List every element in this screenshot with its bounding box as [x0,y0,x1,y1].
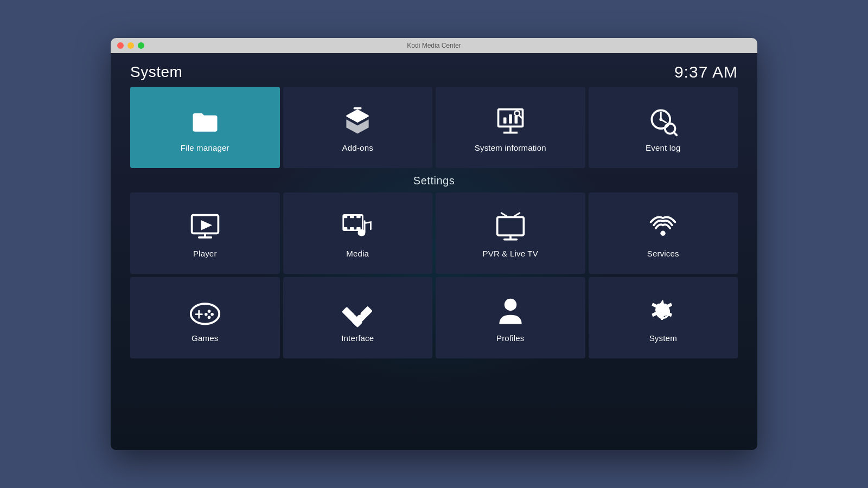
svg-point-12 [660,118,663,121]
tile-label-pvr-live-tv: PVR & Live TV [483,249,538,258]
svg-point-37 [210,312,214,316]
top-row: File manager Add-ons [130,87,738,168]
main-grid: File manager Add-ons [111,87,757,358]
title-bar: Kodi Media Center [111,38,757,53]
svg-rect-22 [356,215,361,218]
tile-services[interactable]: Services [589,192,738,274]
tile-add-ons[interactable]: Add-ons [283,87,433,168]
player-icon [189,211,221,243]
system-information-icon [494,105,527,138]
svg-rect-6 [514,115,518,123]
svg-point-38 [205,312,208,316]
minimize-button[interactable] [127,42,134,49]
settings-section: Settings Playe [130,175,738,358]
media-icon [341,211,374,243]
profiles-icon [494,296,527,328]
svg-point-26 [359,230,365,235]
tile-file-manager[interactable]: File manager [130,87,280,168]
clock-display: 9:37 AM [674,63,738,81]
svg-point-32 [661,230,666,235]
svg-rect-5 [509,114,512,123]
tile-games[interactable]: Games [130,277,280,358]
services-icon [647,211,679,243]
svg-marker-18 [201,220,212,230]
mac-window: Kodi Media Center System 9:37 AM [111,38,757,450]
tile-label-event-log: Event log [646,143,680,152]
tile-label-add-ons: Add-ons [342,143,373,152]
tile-profiles[interactable]: Profiles [436,277,585,358]
svg-point-36 [207,310,210,313]
add-ons-icon [341,105,374,138]
traffic-lights [117,42,144,49]
settings-label: Settings [130,175,738,187]
svg-rect-24 [350,227,354,230]
tile-media[interactable]: Media [283,192,433,274]
header: System 9:37 AM [111,53,757,87]
svg-rect-42 [355,309,361,314]
svg-line-8 [519,115,522,118]
tile-label-profiles: Profiles [496,333,525,343]
window-title: Kodi Media Center [407,42,461,49]
svg-rect-0 [354,107,362,109]
tile-label-system-information: System information [475,143,546,152]
tile-label-system: System [649,333,677,343]
svg-rect-20 [343,215,348,218]
tile-label-file-manager: File manager [181,143,229,152]
svg-rect-4 [503,117,507,123]
tile-pvr-live-tv[interactable]: PVR & Live TV [436,192,585,274]
tile-system-information[interactable]: System information [436,87,585,168]
tile-interface[interactable]: Interface [283,277,433,358]
tile-label-games: Games [192,333,218,343]
svg-line-14 [674,132,677,135]
tile-label-media: Media [346,249,369,258]
svg-line-28 [514,213,519,216]
file-manager-icon [189,105,221,138]
maximize-button[interactable] [138,42,144,49]
svg-point-39 [207,316,210,319]
close-button[interactable] [117,42,124,49]
tile-system[interactable]: System [589,277,738,358]
pvr-live-tv-icon [494,211,527,243]
svg-rect-29 [497,217,524,235]
page-title: System [130,63,182,81]
tile-player[interactable]: Player [130,192,280,274]
settings-grid: Player [130,192,738,358]
system-icon [647,296,679,328]
tile-label-services: Services [647,249,679,258]
tile-label-player: Player [193,249,217,258]
interface-icon [341,296,374,328]
tile-label-interface: Interface [341,333,374,343]
event-log-icon [647,105,679,138]
tile-event-log[interactable]: Event log [589,87,738,168]
games-icon [189,296,221,328]
svg-rect-23 [343,227,348,230]
svg-point-43 [505,298,517,311]
svg-line-27 [501,213,506,216]
app-content: System 9:37 AM File manager [111,53,757,450]
svg-rect-21 [350,215,354,218]
